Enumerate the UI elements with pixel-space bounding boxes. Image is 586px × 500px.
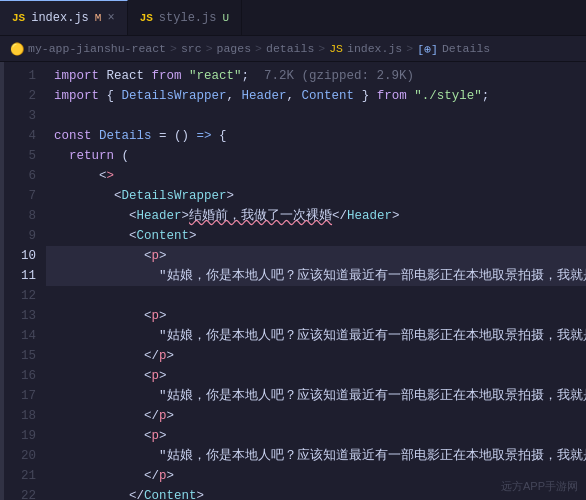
tag-gt10: > (159, 246, 167, 266)
code-line-5: return ( (46, 146, 586, 166)
tag-frag-open: > (107, 166, 115, 186)
indent6 (54, 166, 99, 186)
tab-style-js[interactable]: JS style.js U (128, 0, 242, 35)
tag-gt22: > (197, 486, 205, 500)
kw-from1: from (152, 66, 182, 86)
tab-lang-js2: JS (140, 12, 153, 24)
editor: 1 2 3 4 5 6 7 8 9 10 11 12 13 14 15 16 1… (0, 62, 586, 500)
symbol-icon: [⊕] (417, 42, 438, 56)
ln-5: 5 (4, 146, 36, 166)
plain4: } (354, 86, 377, 106)
tag-lt16: < (144, 366, 152, 386)
breadcrumb-pages: pages (217, 42, 252, 55)
tab-bar: JS index.js M × JS style.js U (0, 0, 586, 36)
tag-p-open1: p (152, 246, 160, 266)
indent9 (54, 226, 129, 246)
tag-content-open: Content (137, 226, 190, 246)
comma2: , (287, 86, 302, 106)
ln-14: 14 (4, 326, 36, 346)
ln-21: 21 (4, 466, 36, 486)
tag-lt21: </ (144, 466, 159, 486)
plain9: ( (114, 146, 129, 166)
str-react: "react" (189, 66, 242, 86)
tag-gt19: > (159, 426, 167, 446)
watermark: 远方APP手游网 (501, 479, 578, 494)
plain3: { (99, 86, 122, 106)
code-line-1: import React from "react" ; 7.2K (gzippe… (46, 66, 586, 86)
code-line-3 (46, 106, 586, 126)
str-style: "./style" (414, 86, 482, 106)
tag-gt8c: > (392, 206, 400, 226)
ln-12: 12 (4, 286, 36, 306)
code-line-11: "姑娘，你是本地人吧？应该知道最近有一部电影正在本地取景拍摄，我就是这 (46, 266, 586, 286)
code-line-8: < Header > 结婚前，我做了一次裸婚 </ Header > (46, 206, 586, 226)
indent16 (54, 366, 144, 386)
kw-return: return (69, 146, 114, 166)
tab-lang-js1: JS (12, 12, 25, 24)
arrow: => (197, 126, 212, 146)
chinese-text-4: "姑娘，你是本地人吧？应该知道最近有一部电影正在本地取景拍摄，我就是这 (159, 446, 586, 466)
kw-import1: import (54, 66, 99, 86)
kw-const: const (54, 126, 92, 146)
plain8: { (212, 126, 227, 146)
tag-p-close2: p (159, 406, 167, 426)
ln-2: 2 (4, 86, 36, 106)
code-area[interactable]: import React from "react" ; 7.2K (gzippe… (46, 62, 586, 500)
chinese-text-3: "姑娘，你是本地人吧？应该知道最近有一部电影正在本地取景拍摄，我就是这 (159, 386, 586, 406)
tab-close-index[interactable]: × (107, 11, 114, 25)
tag-lt10: < (144, 246, 152, 266)
code-line-17: "姑娘，你是本地人吧？应该知道最近有一部电影正在本地取景拍摄，我就是这 (46, 386, 586, 406)
tag-content-close: Content (144, 486, 197, 500)
tag-gt7: > (227, 186, 235, 206)
fn-header: Header (242, 86, 287, 106)
indent14 (54, 326, 159, 346)
plain5 (407, 86, 415, 106)
ln-19: 19 (4, 426, 36, 446)
code-line-16: < p > (46, 366, 586, 386)
ln-16: 16 (4, 366, 36, 386)
line-numbers: 1 2 3 4 5 6 7 8 9 10 11 12 13 14 15 16 1… (4, 62, 46, 500)
tag-gt21: > (167, 466, 175, 486)
ln-7: 7 (4, 186, 36, 206)
code-line-19: < p > (46, 426, 586, 446)
ln-18: 18 (4, 406, 36, 426)
breadcrumb-component: Details (442, 42, 490, 55)
header-text: 结婚前，我做了一次裸婚 (189, 206, 332, 226)
tag-p-open3: p (152, 366, 160, 386)
code-line-10: < p > (46, 246, 586, 266)
sep4: > (318, 42, 325, 55)
tag-gt13: > (159, 306, 167, 326)
ln-6: 6 (4, 166, 36, 186)
code-line-13: < p > (46, 306, 586, 326)
indent8 (54, 206, 129, 226)
tag-header: Header (137, 206, 182, 226)
semicolon2: ; (482, 86, 490, 106)
tag-lt8c: </ (332, 206, 347, 226)
tag-lt9: < (129, 226, 137, 246)
fn-details: Details (99, 126, 152, 146)
tag-gt18: > (167, 406, 175, 426)
indent21 (54, 466, 144, 486)
tag-lt19: < (144, 426, 152, 446)
ln-22: 22 (4, 486, 36, 500)
tag-lt18: </ (144, 406, 159, 426)
plain7: = () (152, 126, 197, 146)
tag-details-wrapper: DetailsWrapper (122, 186, 227, 206)
tab-index-js[interactable]: JS index.js M × (0, 0, 128, 35)
tag-gt8: > (182, 206, 190, 226)
sep2: > (206, 42, 213, 55)
tab-filename-style: style.js (159, 11, 217, 25)
ln-9: 9 (4, 226, 36, 246)
code-line-7: < DetailsWrapper > (46, 186, 586, 206)
kw-from2: from (377, 86, 407, 106)
chinese-text-1: "姑娘，你是本地人吧？应该知道最近有一部电影正在本地取景拍摄，我就是这 (159, 266, 586, 286)
tab-filename-index: index.js (31, 11, 89, 25)
breadcrumb-src: src (181, 42, 202, 55)
indent10 (54, 246, 144, 266)
tag-p-close3: p (159, 466, 167, 486)
tag-p-open4: p (152, 426, 160, 446)
ln-17: 17 (4, 386, 36, 406)
breadcrumb-indexjs: index.js (347, 42, 402, 55)
indent18 (54, 406, 144, 426)
ln-4: 4 (4, 126, 36, 146)
